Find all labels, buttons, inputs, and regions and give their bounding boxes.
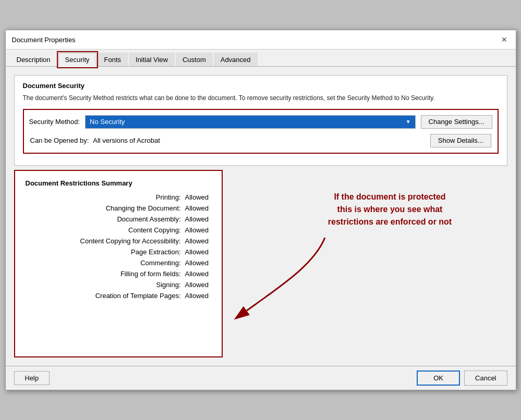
change-settings-button[interactable]: Change Settings... [421, 115, 492, 129]
annotation-arrow-icon [231, 222, 367, 337]
annotation-area: If the document is protectedthis is wher… [231, 170, 507, 357]
restriction-assembly-label: Document Assembly: [26, 215, 181, 223]
document-security-title: Document Security [23, 82, 499, 90]
security-method-selected-value: No Security [90, 118, 125, 126]
restriction-assembly-value: Allowed [185, 215, 211, 223]
restriction-extraction-label: Page Extraction: [26, 248, 181, 256]
tab-advanced[interactable]: Advanced [214, 53, 258, 66]
restriction-extraction: Page Extraction: Allowed [26, 248, 211, 256]
security-method-label: Security Method: [29, 118, 80, 126]
restriction-form-fields-label: Filling of form fields: [26, 270, 181, 278]
restriction-template-pages: Creation of Template Pages: Allowed [26, 292, 211, 300]
security-description: The document's Security Method restricts… [23, 94, 499, 103]
restriction-printing-label: Printing: [26, 193, 181, 201]
title-bar: Document Properties ✕ [6, 30, 516, 50]
bottom-bar: Help OK Cancel [6, 366, 516, 390]
restriction-content-copying-value: Allowed [185, 226, 211, 234]
main-content: Document Security The document's Securit… [6, 67, 516, 366]
restriction-changing-value: Allowed [185, 204, 211, 212]
cancel-button[interactable]: Cancel [464, 370, 507, 386]
restriction-changing-label: Changing the Document: [26, 204, 181, 212]
restriction-commenting-label: Commenting: [26, 259, 181, 267]
tab-description[interactable]: Description [10, 53, 57, 66]
restriction-changing: Changing the Document: Allowed [26, 204, 211, 212]
restriction-extraction-value: Allowed [185, 248, 211, 256]
opened-by-left: Can be Opened by: All versions of Acroba… [30, 137, 160, 144]
restriction-accessibility: Content Copying for Accessibility: Allow… [26, 237, 211, 245]
restriction-assembly: Document Assembly: Allowed [26, 215, 211, 223]
restriction-template-pages-label: Creation of Template Pages: [26, 292, 181, 300]
dialog-title: Document Properties [12, 36, 76, 44]
restriction-commenting-value: Allowed [185, 259, 211, 267]
can-be-opened-value: All versions of Acrobat [93, 137, 160, 144]
ok-button[interactable]: OK [417, 370, 460, 386]
opened-by-row: Can be Opened by: All versions of Acroba… [29, 134, 492, 147]
security-method-select-container: No Security ▼ [85, 115, 415, 129]
restriction-signing-label: Signing: [26, 281, 181, 289]
tab-fonts[interactable]: Fonts [98, 53, 128, 66]
restriction-form-fields-value: Allowed [185, 270, 211, 278]
restriction-accessibility-label: Content Copying for Accessibility: [26, 237, 181, 245]
restrictions-summary-box: Document Restrictions Summary Printing: … [14, 170, 223, 357]
restriction-commenting: Commenting: Allowed [26, 259, 211, 267]
restriction-content-copying-label: Content Copying: [26, 226, 181, 234]
security-method-container: Security Method: No Security ▼ Change Se… [23, 109, 499, 154]
restriction-content-copying: Content Copying: Allowed [26, 226, 211, 234]
restriction-accessibility-value: Allowed [185, 237, 211, 245]
restriction-template-pages-value: Allowed [185, 292, 211, 300]
tab-bar: Description Security Fonts Initial View … [6, 50, 516, 67]
tab-custom[interactable]: Custom [176, 53, 213, 66]
security-method-select[interactable]: No Security ▼ [85, 115, 415, 129]
restriction-printing: Printing: Allowed [26, 193, 211, 201]
right-buttons: OK Cancel [417, 370, 507, 386]
restriction-form-fields: Filling of form fields: Allowed [26, 270, 211, 278]
document-security-section: Document Security The document's Securit… [14, 75, 507, 166]
dropdown-arrow-icon: ▼ [406, 119, 411, 125]
restriction-signing: Signing: Allowed [26, 281, 211, 289]
help-button[interactable]: Help [14, 371, 50, 385]
tab-initial-view[interactable]: Initial View [129, 53, 175, 66]
lower-area: Document Restrictions Summary Printing: … [14, 170, 507, 357]
close-button[interactable]: ✕ [499, 34, 510, 45]
tab-security[interactable]: Security [58, 53, 96, 67]
can-be-opened-label: Can be Opened by: [30, 137, 89, 144]
restrictions-title: Document Restrictions Summary [26, 179, 211, 187]
restriction-printing-value: Allowed [185, 193, 211, 201]
document-properties-dialog: Document Properties ✕ Description Securi… [5, 30, 516, 390]
show-details-button[interactable]: Show Details... [430, 134, 491, 147]
restriction-signing-value: Allowed [185, 281, 211, 289]
